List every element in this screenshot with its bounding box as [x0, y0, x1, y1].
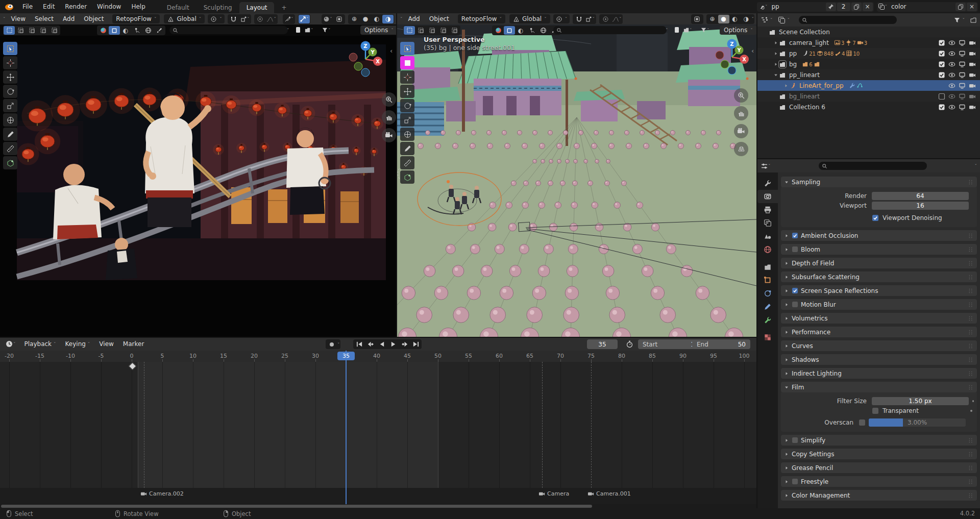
panel-volumetrics[interactable]: Volumetrics: [781, 313, 977, 324]
properties-tab-modifiers[interactable]: [757, 313, 778, 327]
tool-move-button[interactable]: [400, 85, 414, 98]
disclosure-closed-icon[interactable]: [783, 83, 789, 88]
disable-render-icon[interactable]: [969, 39, 976, 46]
wireframe-shading-icon[interactable]: ⊕: [349, 15, 360, 23]
panel-bloom[interactable]: Bloom: [781, 244, 977, 255]
grid-ortho-icon[interactable]: [734, 142, 748, 156]
timeline-ruler[interactable]: -20-15-10-505101520253035404550556065707…: [0, 351, 756, 362]
panel-grip-icon[interactable]: [968, 451, 974, 457]
world-filter-icon[interactable]: [142, 26, 154, 35]
properties-tab-collection[interactable]: [757, 260, 778, 274]
transform-orientation-dropdown[interactable]: Global˅: [164, 14, 205, 23]
material-shading-icon[interactable]: ◐: [371, 15, 382, 23]
tool-select-box-button[interactable]: [3, 42, 17, 55]
properties-search[interactable]: [819, 162, 927, 170]
exclude-checkbox-icon[interactable]: [938, 61, 945, 68]
properties-tab-world[interactable]: [757, 243, 778, 256]
pan-hand-icon[interactable]: [734, 106, 748, 120]
object-filter-icon[interactable]: [504, 26, 515, 35]
sidebar-collapse-icon[interactable]: ‹: [751, 47, 754, 55]
tool-transform-button[interactable]: [3, 113, 17, 127]
disable-viewport-icon[interactable]: [959, 93, 966, 100]
disable-viewport-icon[interactable]: [959, 39, 966, 46]
workspace-tab-sculpting[interactable]: Sculpting: [197, 2, 239, 13]
exclude-checkbox-icon[interactable]: [938, 104, 945, 111]
select-mode-intersect-icon[interactable]: [449, 26, 460, 35]
pivot-point-dropdown[interactable]: ˅: [208, 14, 225, 23]
outliner-properties-divider[interactable]: [757, 158, 980, 159]
scene-name[interactable]: pp: [768, 3, 825, 10]
pivot-point-dropdown[interactable]: ˅: [553, 14, 570, 23]
panel-ambient-occlusion[interactable]: Ambient Occlusion: [781, 230, 977, 241]
outliner-row-pp[interactable]: pp21848410: [757, 48, 980, 59]
tool-cursor-button[interactable]: [3, 56, 17, 69]
editor-type-timeline-icon[interactable]: [5, 340, 13, 348]
properties-tab-physics[interactable]: [757, 287, 778, 300]
brush-filter-icon[interactable]: [154, 26, 165, 35]
panel-checkbox[interactable]: [792, 478, 798, 485]
zoom-icon[interactable]: [734, 88, 748, 103]
play-button[interactable]: [387, 340, 399, 349]
panel-grip-icon[interactable]: [968, 357, 974, 363]
editor-type-chevron-icon[interactable]: ˅: [400, 17, 403, 21]
panel-subsurface-scattering[interactable]: Subsurface Scattering: [781, 271, 977, 282]
panel-grip-icon[interactable]: [968, 302, 974, 308]
sphere-filter-icon[interactable]: ◐: [120, 26, 131, 35]
tool-move-button[interactable]: [3, 70, 17, 84]
panel-checkbox[interactable]: [792, 246, 798, 253]
select-mode-new-icon[interactable]: [404, 26, 415, 35]
disable-viewport-icon[interactable]: [959, 61, 966, 68]
outliner-search[interactable]: [799, 16, 897, 24]
disable-render-icon[interactable]: [969, 71, 976, 79]
panel-freestyle[interactable]: Freestyle: [781, 476, 977, 487]
panel-depth-of-field[interactable]: Depth of Field: [781, 258, 977, 268]
viewport-left[interactable]: ˅ ViewSelectAddObject RetopoFlow˅ Global…: [0, 13, 396, 337]
timeline-marker-row[interactable]: Camera.002CameraCamera.001: [0, 488, 756, 504]
panel-checkbox[interactable]: [792, 301, 798, 308]
material-preview-icon[interactable]: [493, 26, 504, 35]
frame-start-field[interactable]: Start1: [638, 339, 699, 349]
disclosure-closed-icon[interactable]: [773, 40, 779, 45]
panel-grip-icon[interactable]: [968, 233, 974, 239]
menu-object[interactable]: Object: [425, 13, 454, 24]
xray-toggle-icon[interactable]: [333, 15, 345, 23]
tool-rotate-button[interactable]: [3, 85, 17, 98]
panel-grip-icon[interactable]: [968, 437, 974, 443]
disclosure-closed-icon[interactable]: [773, 51, 779, 56]
tool-search-input[interactable]: [553, 26, 667, 34]
navigation-gizmo[interactable]: Z Y X: [713, 38, 751, 78]
viewport-divider[interactable]: [396, 13, 397, 337]
topbar-menu-window[interactable]: Window: [92, 0, 126, 13]
timeline-menu-keying[interactable]: Keying ˅: [61, 338, 95, 350]
select-mode-invert-icon[interactable]: [437, 26, 449, 35]
tool-add-primitive-button[interactable]: [400, 170, 414, 184]
copy-icon[interactable]: [955, 3, 966, 11]
editor-type-properties-icon[interactable]: [761, 162, 768, 170]
options-button[interactable]: Options˅: [720, 26, 756, 35]
current-frame-field[interactable]: 35: [587, 339, 618, 349]
hide-eye-icon[interactable]: [948, 71, 955, 79]
filter-icon[interactable]: ˅: [322, 27, 331, 33]
tool-scale-button[interactable]: [3, 99, 17, 112]
menu-add[interactable]: Add: [404, 13, 425, 24]
new-collection-icon[interactable]: [970, 16, 977, 23]
workspace-tab-default[interactable]: Default: [160, 2, 197, 13]
select-mode-subtract-icon[interactable]: [26, 26, 37, 35]
panel-grip-icon[interactable]: [968, 315, 974, 322]
panel-divider[interactable]: [756, 13, 757, 508]
snap-target-icon[interactable]: ˅: [239, 15, 251, 23]
jump-next-keyframe-button[interactable]: [399, 340, 410, 349]
samples-viewport-field[interactable]: 16: [872, 202, 969, 210]
menu-add[interactable]: Add: [58, 13, 79, 24]
panel-grease-pencil[interactable]: Grease Pencil: [781, 462, 977, 473]
panel-shadows[interactable]: Shadows: [781, 354, 977, 365]
zoom-icon[interactable]: [382, 92, 396, 107]
timeline-tracks[interactable]: [0, 362, 756, 488]
tool-annotate-button[interactable]: [400, 142, 414, 155]
armature-filter-icon[interactable]: [131, 26, 142, 35]
properties-tab-output[interactable]: [757, 203, 778, 216]
panel-indirect-lighting[interactable]: Indirect Lighting: [781, 368, 977, 379]
rendered-shading-icon[interactable]: ◑: [382, 15, 394, 23]
playhead-line[interactable]: [346, 351, 347, 504]
magnet-icon[interactable]: [573, 15, 584, 23]
